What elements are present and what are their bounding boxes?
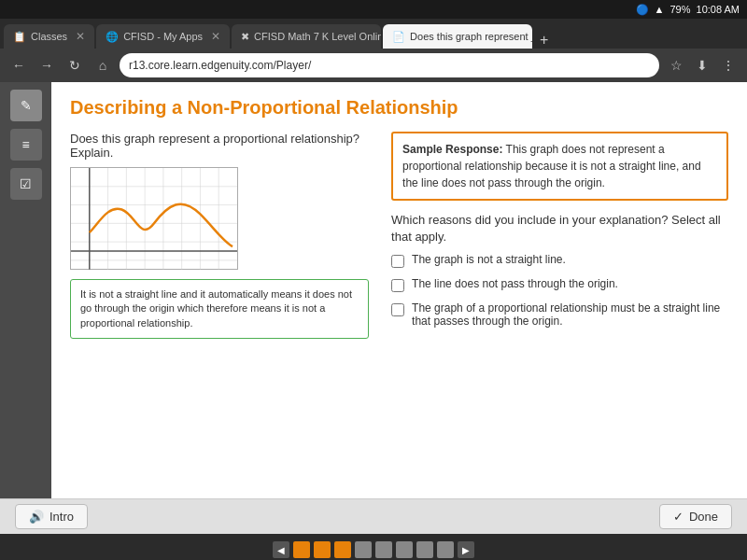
new-tab-button[interactable]: +	[534, 32, 554, 49]
bluetooth-icon: 🔵	[636, 4, 649, 16]
page-4-button[interactable]	[355, 541, 372, 558]
page-5-button[interactable]	[375, 541, 392, 558]
graph-svg	[71, 168, 237, 270]
home-button[interactable]: ⌂	[92, 54, 114, 77]
page-title: Describing a Non-Proportional Relationsh…	[70, 97, 728, 119]
tab-classes-close[interactable]: ✕	[76, 30, 85, 43]
checkbox-item-1: The graph is not a straight line.	[391, 253, 728, 268]
battery-status: 79%	[669, 4, 690, 15]
tab-math[interactable]: ✖ CFISD Math 7 K Level Onlin... ✕	[232, 24, 381, 49]
tab-classes-favicon: 📋	[13, 31, 26, 43]
tabs-bar: 📋 Classes ✕ 🌐 CFISD - My Apps ✕ ✖ CFISD …	[0, 19, 747, 49]
sidebar: ✎ ≡ ☑	[0, 82, 51, 498]
graph-container	[70, 167, 238, 270]
tab-classes-label: Classes	[31, 31, 67, 42]
checkbox-2-label[interactable]: The line does not pass through the origi…	[412, 277, 618, 290]
back-button[interactable]: ←	[7, 54, 30, 77]
tab-math-label: CFISD Math 7 K Level Onlin...	[254, 31, 381, 42]
tab-docs-favicon: 📄	[392, 31, 405, 43]
sample-response-label: Sample Response:	[402, 143, 502, 156]
reasons-title: Which reasons did you include in your ex…	[391, 212, 728, 245]
menu-button[interactable]: ⋮	[717, 54, 740, 77]
page-1-button[interactable]	[293, 541, 310, 558]
status-bar: 🔵 ▲ 79% 10:08 AM	[0, 0, 747, 19]
checkbox-item-3: The graph of a proportional relationship…	[391, 301, 728, 328]
checkbox-item-2: The line does not pass through the origi…	[391, 277, 728, 292]
tab-myapps-close[interactable]: ✕	[211, 30, 220, 43]
checkbox-2[interactable]	[391, 279, 404, 292]
page-6-button[interactable]	[396, 541, 413, 558]
refresh-button[interactable]: ↻	[63, 54, 86, 77]
bookmark-button[interactable]: ☆	[665, 54, 687, 77]
sidebar-calculator-icon[interactable]: ≡	[10, 129, 42, 161]
checkbox-3[interactable]	[391, 303, 404, 316]
tab-classes[interactable]: 📋 Classes ✕	[4, 24, 94, 49]
tab-docs[interactable]: 📄 Does this graph represent _ ✕	[383, 24, 532, 49]
address-bar: ← → ↻ ⌂ r13.core.learn.edgenuity.com/Pla…	[0, 49, 747, 82]
done-button[interactable]: ✓ Done	[659, 504, 732, 529]
page-8-button[interactable]	[437, 541, 454, 558]
sidebar-pencil-icon[interactable]: ✎	[10, 90, 42, 121]
tab-math-favicon: ✖	[241, 31, 249, 43]
left-panel: Does this graph represent a proportional…	[70, 132, 376, 339]
wifi-icon: ▲	[655, 4, 665, 15]
forward-button[interactable]: →	[35, 54, 58, 77]
download-button[interactable]: ⬇	[691, 54, 713, 77]
pagination-wrapper: ◀ ▶ 3 of 8	[0, 534, 747, 560]
main-content: Describing a Non-Proportional Relationsh…	[51, 82, 747, 498]
tab-myapps-label: CFISD - My Apps	[123, 31, 203, 42]
content-wrapper: ✎ ≡ ☑ Describing a Non-Proportional Rela…	[0, 82, 747, 498]
checkbox-3-label[interactable]: The graph of a proportional relationship…	[412, 301, 728, 328]
tab-myapps-favicon: 🌐	[106, 31, 119, 43]
speaker-icon: 🔊	[29, 510, 44, 524]
pagination-bar: ◀ ▶	[273, 537, 474, 560]
checkbox-1-label[interactable]: The graph is not a straight line.	[412, 253, 566, 266]
tab-myapps[interactable]: 🌐 CFISD - My Apps ✕	[96, 24, 230, 49]
page-2-button[interactable]	[314, 541, 331, 558]
bottom-nav: 🔊 Intro ✓ Done	[0, 498, 747, 534]
checkbox-1[interactable]	[391, 255, 404, 268]
sidebar-check-icon[interactable]: ☑	[10, 168, 42, 200]
page-7-button[interactable]	[416, 541, 433, 558]
question-text: Does this graph represent a proportional…	[70, 132, 376, 160]
page-3-button[interactable]	[334, 541, 351, 558]
question-section: Does this graph represent a proportional…	[70, 132, 728, 339]
check-icon: ✓	[673, 510, 684, 524]
done-button-label: Done	[689, 510, 718, 524]
intro-button[interactable]: 🔊 Intro	[15, 504, 88, 529]
right-panel: Sample Response: This graph does not rep…	[391, 132, 728, 339]
sample-response-box: Sample Response: This graph does not rep…	[391, 132, 728, 201]
user-response-box: It is not a straight line and it automat…	[70, 279, 369, 339]
intro-button-label: Intro	[49, 510, 74, 524]
url-box[interactable]: r13.core.learn.edgenuity.com/Player/	[120, 53, 659, 77]
page-next-button[interactable]: ▶	[458, 541, 474, 558]
page-prev-button[interactable]: ◀	[273, 541, 289, 558]
url-text: r13.core.learn.edgenuity.com/Player/	[129, 59, 311, 72]
time-display: 10:08 AM	[697, 4, 740, 15]
tab-docs-label: Does this graph represent _	[410, 31, 532, 42]
